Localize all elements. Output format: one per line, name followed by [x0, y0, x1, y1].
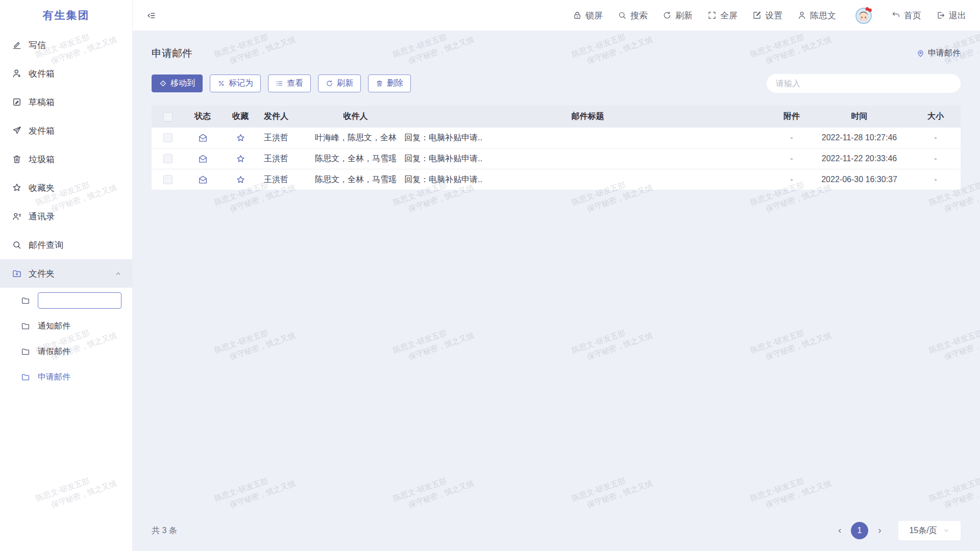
- sidebar: 有生集团 写信 收件箱 草稿箱 发件箱 垃圾箱 收藏夹 通讯录: [0, 0, 133, 551]
- cell-attachment: -: [775, 175, 808, 184]
- sidebar-item-label: 发件箱: [29, 125, 55, 137]
- cell-size: -: [911, 154, 961, 163]
- cell-sender: 王洪哲: [260, 154, 311, 164]
- inbox-icon: [12, 68, 22, 79]
- chevron-up-icon: [114, 270, 122, 278]
- folder-icon: [21, 296, 30, 305]
- cell-subject: 回复：电脑补贴申请..: [400, 154, 775, 164]
- mark-icon: [217, 80, 225, 87]
- cell-time: 2022-11-22 20:33:46: [808, 154, 911, 163]
- sidebar-item-label: 收藏夹: [29, 182, 55, 194]
- sidebar-item-drafts[interactable]: 草稿箱: [0, 88, 132, 116]
- sidebar-item-favorites[interactable]: 收藏夹: [0, 173, 132, 202]
- folder-item-new: [0, 288, 132, 313]
- main-column: 锁屏 搜索 刷新 全屏 设置: [133, 0, 980, 551]
- cell-time: 2022-11-28 10:27:46: [808, 133, 911, 142]
- envelope-status-icon[interactable]: [198, 175, 208, 185]
- lock-icon: [573, 11, 582, 20]
- cell-attachment: -: [775, 154, 808, 163]
- folder-icon: [21, 321, 30, 331]
- delete-icon: [376, 80, 383, 87]
- column-header-attachment: 附件: [775, 111, 808, 122]
- sidebar-item-label: 邮件查询: [29, 239, 63, 251]
- view-button[interactable]: 查看: [268, 74, 311, 92]
- sidebar-item-trash[interactable]: 垃圾箱: [0, 145, 132, 173]
- delete-button[interactable]: 删除: [368, 74, 411, 92]
- table-row[interactable]: 王洪哲 陈思文，全林，马雪瑶 回复：电脑补贴申请.. - 2022-06-30 …: [152, 169, 961, 190]
- table-row[interactable]: 王洪哲 陈思文，全林，马雪瑶 回复：电脑补贴申请.. - 2022-11-22 …: [152, 148, 961, 169]
- page-number[interactable]: 1: [851, 522, 868, 539]
- sidebar-item-label: 草稿箱: [29, 96, 55, 108]
- collapse-sidebar-icon[interactable]: [146, 11, 156, 20]
- page-size-select[interactable]: 15条/页: [898, 521, 961, 540]
- lock-screen-button[interactable]: 锁屏: [573, 10, 603, 21]
- sidebar-item-label: 通讯录: [29, 211, 55, 222]
- row-checkbox[interactable]: [163, 175, 173, 184]
- folder-item-leave[interactable]: 请假邮件: [0, 339, 132, 364]
- trash-icon: [12, 154, 22, 164]
- content-area: 申请邮件 申请邮件 移动到 标记为 查看: [133, 31, 980, 551]
- folder-item-notice[interactable]: 通知邮件: [0, 313, 132, 339]
- brand-logo: 有生集团: [0, 0, 132, 31]
- search-icon: [12, 240, 22, 250]
- cell-sender: 王洪哲: [260, 174, 311, 185]
- view-icon: [276, 80, 283, 87]
- envelope-status-icon[interactable]: [198, 133, 208, 143]
- total-count: 共 3 条: [152, 525, 177, 536]
- select-all-checkbox[interactable]: [163, 112, 173, 121]
- topbar-label: 全屏: [720, 10, 738, 21]
- search-input[interactable]: [767, 74, 961, 93]
- row-checkbox[interactable]: [163, 133, 173, 142]
- sidebar-item-contacts[interactable]: 通讯录: [0, 202, 132, 231]
- sidebar-item-sent[interactable]: 发件箱: [0, 116, 132, 145]
- column-header-size: 大小: [911, 111, 961, 122]
- fullscreen-button[interactable]: 全屏: [707, 10, 738, 21]
- search-icon: [618, 11, 627, 20]
- star-icon: [12, 183, 22, 193]
- cell-subject: 回复：电脑补贴申请..: [400, 174, 775, 185]
- envelope-status-icon[interactable]: [198, 154, 208, 164]
- refresh-button[interactable]: 刷新: [663, 10, 693, 21]
- folder-icon: [21, 347, 30, 356]
- next-page-icon[interactable]: [873, 524, 886, 537]
- folder-item-label: 申请邮件: [38, 372, 70, 383]
- sidebar-item-inbox[interactable]: 收件箱: [0, 59, 132, 88]
- column-header-subject: 邮件标题: [400, 111, 775, 122]
- topbar-label: 锁屏: [585, 10, 603, 21]
- location-pin-icon: [916, 49, 925, 58]
- cell-attachment: -: [775, 133, 808, 142]
- favorite-star-icon[interactable]: [236, 133, 246, 143]
- current-user-button[interactable]: 陈思文: [797, 10, 836, 21]
- refresh-list-button[interactable]: 刷新: [318, 74, 361, 92]
- button-label: 查看: [287, 78, 303, 89]
- prev-page-icon[interactable]: [833, 524, 846, 537]
- mark-as-button[interactable]: 标记为: [210, 74, 261, 92]
- favorite-star-icon[interactable]: [236, 175, 246, 185]
- search-button[interactable]: 搜索: [618, 10, 648, 21]
- column-header-status: 状态: [184, 111, 221, 122]
- button-label: 标记为: [229, 78, 253, 89]
- cell-size: -: [911, 133, 961, 142]
- settings-button[interactable]: 设置: [752, 10, 782, 21]
- contacts-icon: [12, 211, 22, 221]
- table-row[interactable]: 王洪哲 叶海峰，陈思文，全林 回复：电脑补贴申请.. - 2022-11-28 …: [152, 128, 961, 148]
- home-button[interactable]: 首页: [891, 10, 921, 21]
- page-title: 申请邮件: [152, 46, 192, 60]
- logout-button[interactable]: 退出: [936, 10, 966, 21]
- sidebar-item-folders[interactable]: 文件夹: [0, 259, 132, 288]
- sidebar-item-compose[interactable]: 写信: [0, 31, 132, 59]
- home-icon: [891, 11, 900, 20]
- draft-icon: [12, 97, 22, 107]
- folder-plus-icon: [12, 268, 22, 279]
- folder-item-application[interactable]: 申请邮件: [0, 364, 132, 390]
- refresh-icon: [663, 11, 672, 20]
- user-avatar[interactable]: [853, 5, 874, 26]
- row-checkbox[interactable]: [163, 154, 173, 163]
- breadcrumb-label: 申请邮件: [928, 48, 961, 59]
- toolbar: 移动到 标记为 查看 刷新 删除: [152, 74, 961, 93]
- topbar: 锁屏 搜索 刷新 全屏 设置: [133, 0, 980, 31]
- move-to-button[interactable]: 移动到: [152, 74, 203, 92]
- new-folder-input[interactable]: [38, 292, 121, 309]
- sidebar-item-mail-search[interactable]: 邮件查询: [0, 231, 132, 259]
- favorite-star-icon[interactable]: [236, 154, 246, 164]
